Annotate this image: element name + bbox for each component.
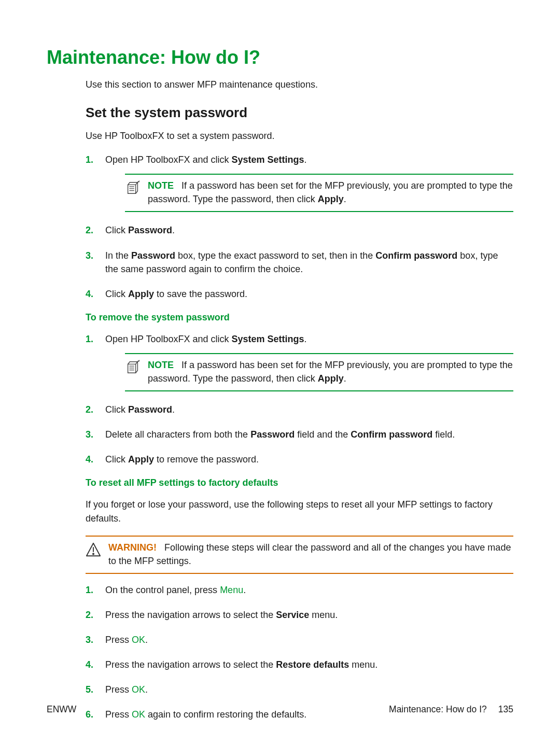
step-text: . <box>243 585 246 595</box>
step-number: 4. <box>86 287 93 301</box>
step-number: 3. <box>86 428 93 441</box>
bold-text: Service <box>276 610 309 620</box>
bold-text: Password <box>250 429 295 440</box>
content-block: Use this section to answer MFP maintenan… <box>86 78 513 721</box>
footer-right: Maintenance: How do I? 135 <box>389 704 513 715</box>
step-number: 1. <box>86 583 93 597</box>
step-2: 2. Click Password. <box>86 223 513 237</box>
step-3: 3. In the Password box, type the exact p… <box>86 249 513 276</box>
step-text: Press the navigation arrows to select th… <box>105 659 276 670</box>
step-text: Click <box>105 289 128 299</box>
step-2: 2. Click Password. <box>86 403 513 416</box>
note-icon <box>125 359 141 375</box>
step-text: to remove the password. <box>154 454 259 465</box>
step-text: Press <box>105 684 132 695</box>
step-text: Press <box>105 635 132 645</box>
step-2: 2. Press the navigation arrows to select… <box>86 608 513 622</box>
subheading-remove-password: To remove the system password <box>86 312 513 323</box>
bold-text: Confirm password <box>375 250 457 261</box>
step-text: box, type the exact password to set, the… <box>175 250 375 261</box>
step-text: Click <box>105 225 128 235</box>
step-text: Delete all characters from both the <box>105 429 250 440</box>
page-footer: ENWW Maintenance: How do I? 135 <box>47 704 513 715</box>
step-text: . <box>172 225 175 235</box>
section-heading-set-password: Set the system password <box>86 105 513 121</box>
warning-body: Following these steps will clear the pas… <box>108 542 511 566</box>
step-text: field. <box>432 429 455 440</box>
footer-section-label: Maintenance: How do I? <box>389 704 487 715</box>
step-text: Click <box>105 454 128 465</box>
step-4: 4. Press the navigation arrows to select… <box>86 658 513 671</box>
bold-text: Restore defaults <box>276 659 349 670</box>
step-text: . <box>304 154 307 165</box>
footer-left: ENWW <box>47 704 76 715</box>
step-1: 1. Open HP ToolboxFX and click System Se… <box>86 332 513 391</box>
note-body: . <box>344 194 346 204</box>
step-number: 5. <box>86 683 93 696</box>
step-number: 4. <box>86 453 93 466</box>
page-number: 135 <box>498 704 513 715</box>
bold-text: System Settings <box>231 334 304 344</box>
steps-set-password: 1. Open HP ToolboxFX and click System Se… <box>86 153 513 301</box>
step-number: 2. <box>86 608 93 622</box>
note-text: NOTE If a password has been set for the … <box>148 358 513 385</box>
bold-text: Password <box>131 250 175 261</box>
steps-reset-defaults: 1. On the control panel, press Menu. 2. … <box>86 583 513 722</box>
note-label: NOTE <box>148 180 174 191</box>
step-text: menu. <box>309 610 338 620</box>
step-text: Open HP ToolboxFX and click <box>105 334 231 344</box>
step-text: . <box>304 334 307 344</box>
section3-desc: If you forget or lose your password, use… <box>86 498 513 525</box>
warning-label: WARNING! <box>108 542 157 553</box>
page-title: Maintenance: How do I? <box>47 47 513 68</box>
step-number: 3. <box>86 249 93 262</box>
step-number: 3. <box>86 633 93 646</box>
note-callout: NOTE If a password has been set for the … <box>125 174 513 212</box>
note-text: NOTE If a password has been set for the … <box>148 179 513 206</box>
ui-key-text: OK <box>132 684 145 695</box>
step-text: On the control panel, press <box>105 585 220 595</box>
step-text: Press the navigation arrows to select th… <box>105 610 276 620</box>
section1-desc: Use HP ToolboxFX to set a system passwor… <box>86 129 513 143</box>
step-text: . <box>172 404 175 415</box>
step-number: 2. <box>86 223 93 237</box>
step-4: 4. Click Apply to remove the password. <box>86 453 513 466</box>
step-text: Click <box>105 404 128 415</box>
bold-text: Confirm password <box>351 429 432 440</box>
subheading-reset-defaults: To reset all MFP settings to factory def… <box>86 477 513 488</box>
steps-remove-password: 1. Open HP ToolboxFX and click System Se… <box>86 332 513 467</box>
step-1: 1. On the control panel, press Menu. <box>86 583 513 597</box>
step-number: 1. <box>86 332 93 346</box>
svg-point-1 <box>93 553 94 554</box>
step-number: 2. <box>86 403 93 416</box>
note-icon <box>125 180 141 195</box>
step-1: 1. Open HP ToolboxFX and click System Se… <box>86 153 513 212</box>
ui-key-text: OK <box>132 635 145 645</box>
ui-key-text: Menu <box>220 585 243 595</box>
bold-text: Password <box>128 225 172 235</box>
step-text: Open HP ToolboxFX and click <box>105 154 231 165</box>
step-number: 1. <box>86 153 93 166</box>
bold-text: Apply <box>318 373 344 384</box>
bold-text: System Settings <box>231 154 304 165</box>
step-3: 3. Delete all characters from both the P… <box>86 428 513 441</box>
step-text: . <box>145 635 148 645</box>
step-text: . <box>145 684 148 695</box>
step-5: 5. Press OK. <box>86 683 513 696</box>
bold-text: Apply <box>318 194 344 204</box>
page: Maintenance: How do I? Use this section … <box>0 0 560 745</box>
bold-text: Apply <box>128 289 154 299</box>
note-callout: NOTE If a password has been set for the … <box>125 353 513 391</box>
intro-text: Use this section to answer MFP maintenan… <box>86 78 513 91</box>
bold-text: Password <box>128 404 172 415</box>
step-4: 4. Click Apply to save the password. <box>86 287 513 301</box>
note-label: NOTE <box>148 360 174 370</box>
step-3: 3. Press OK. <box>86 633 513 646</box>
bold-text: Apply <box>128 454 154 465</box>
step-text: to save the password. <box>154 289 247 299</box>
warning-text: WARNING! Following these steps will clea… <box>108 541 513 568</box>
step-text: field and the <box>295 429 351 440</box>
warning-icon <box>86 542 101 557</box>
note-body: . <box>344 373 346 384</box>
step-text: In the <box>105 250 131 261</box>
